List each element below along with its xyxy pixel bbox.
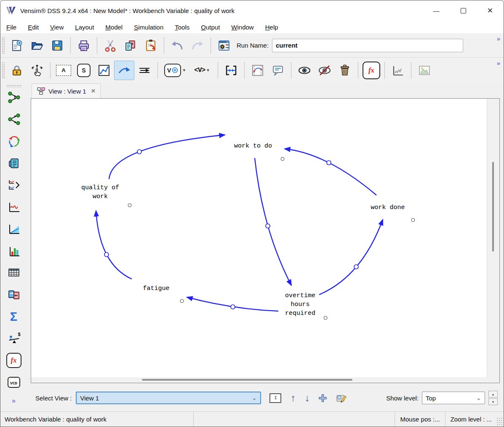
variable-work_to_do[interactable]: work to do <box>234 142 272 150</box>
link-fatigue-to-quality_of_work[interactable] <box>96 211 132 279</box>
link-handle-quality_of_work-to-work_to_do[interactable] <box>137 150 141 154</box>
run-name-input[interactable] <box>272 39 463 52</box>
uses-tree-button[interactable] <box>6 112 21 127</box>
tab-view-1[interactable]: View : View 1 × <box>32 83 101 98</box>
move-tool-button[interactable] <box>27 61 47 80</box>
copy-button[interactable] <box>120 36 141 55</box>
lookup-editor-button[interactable] <box>248 61 268 80</box>
shadow-tool-button[interactable]: S <box>74 61 94 80</box>
open-model-button[interactable] <box>27 36 47 55</box>
menu-output[interactable]: Output <box>201 24 220 31</box>
toolbar-grip[interactable] <box>2 37 5 54</box>
rename-view-icon[interactable]: I <box>269 393 281 403</box>
sidebar-grip[interactable] <box>6 85 21 87</box>
spinner-up-button[interactable]: ▲ <box>488 391 498 397</box>
units-check-button[interactable]: $ <box>6 331 21 346</box>
comment-tool-button[interactable] <box>268 61 288 80</box>
bar-graph-button[interactable] <box>6 243 21 258</box>
variable-handle-fatigue[interactable] <box>180 299 184 303</box>
add-shadow-variable-button[interactable]: <V> ▾ <box>189 61 215 80</box>
maximize-button[interactable] <box>450 0 477 21</box>
sidebar-overflow[interactable]: » <box>6 397 21 405</box>
horizontal-scrollbar[interactable] <box>31 377 487 383</box>
redo-button[interactable] <box>187 36 208 55</box>
variable-handle-work_done[interactable] <box>411 218 415 222</box>
variable-work_done[interactable]: work done <box>371 203 405 212</box>
insert-image-button[interactable] <box>414 61 435 80</box>
flow-tool-button[interactable] <box>134 61 155 80</box>
paste-button[interactable] <box>141 36 161 55</box>
causes-strip-button[interactable] <box>6 177 21 193</box>
add-view-button[interactable] <box>318 393 328 403</box>
runs-compare-button[interactable] <box>6 287 21 302</box>
minimize-button[interactable]: — <box>423 0 450 21</box>
dropdown-caret-icon[interactable]: ▾ <box>183 67 185 73</box>
show-level-combobox[interactable]: Top ⌄ <box>422 392 485 404</box>
stats-tool-button[interactable]: Σ <box>6 309 21 324</box>
move-view-up-button[interactable]: ↑ <box>291 392 296 404</box>
menu-tools[interactable]: Tools <box>175 24 189 31</box>
link-handle-overtime_hours_required-to-work_done[interactable] <box>354 265 358 269</box>
graph-tool-button[interactable] <box>6 199 21 215</box>
sketch-canvas[interactable]: work to doquality of workwork donefatigu… <box>31 99 487 377</box>
simulation-setup-button[interactable] <box>214 36 234 55</box>
spinner-down-button[interactable]: ▼ <box>488 398 498 405</box>
causes-tree-button[interactable] <box>6 90 21 105</box>
variable-handle-work_to_do[interactable] <box>281 157 285 161</box>
sketch-toolbar-overflow[interactable]: » <box>497 59 500 67</box>
vertical-scrollbar[interactable] <box>487 99 499 377</box>
menu-edit[interactable]: Edit <box>28 24 39 31</box>
sidebar-equation-button[interactable]: fx <box>6 353 21 368</box>
menu-simulation[interactable]: Simulation <box>134 24 163 31</box>
save-model-button[interactable] <box>47 36 67 55</box>
move-view-down-button[interactable]: ↓ <box>305 392 310 404</box>
link-work_to_do-to-overtime_hours_required[interactable] <box>255 158 291 285</box>
table-tool-button[interactable] <box>6 265 21 280</box>
horizontal-scrollbar-thumb[interactable] <box>142 379 352 381</box>
toolbar-grip[interactable] <box>2 62 5 79</box>
main-toolbar-overflow[interactable]: » <box>497 35 500 42</box>
edit-view-button[interactable] <box>336 393 347 403</box>
document-tool-button[interactable] <box>6 156 21 171</box>
vertical-scrollbar-thumb[interactable] <box>492 162 494 252</box>
menu-window[interactable]: Window <box>231 24 253 31</box>
link-handle-fatigue-to-quality_of_work[interactable] <box>104 252 109 257</box>
menu-view[interactable]: View <box>50 24 64 31</box>
new-model-button[interactable] <box>7 36 27 55</box>
menu-model[interactable]: Model <box>105 24 123 31</box>
link-overtime_hours_required-to-work_done[interactable] <box>319 220 383 295</box>
close-button[interactable]: × <box>477 0 504 21</box>
link-quality_of_work-to-work_to_do[interactable] <box>109 135 225 179</box>
variable-overtime_hours_required[interactable]: overtime hours required <box>285 291 315 318</box>
sketch-graph-tool-button[interactable] <box>94 61 114 80</box>
variable-handle-overtime_hours_required[interactable] <box>324 316 328 320</box>
sensitivity-graph-button[interactable] <box>6 221 21 236</box>
show-variable-button[interactable] <box>294 61 315 80</box>
variable-fatigue[interactable]: fatigue <box>143 284 169 293</box>
add-variable-button[interactable]: V ▾ <box>161 61 189 80</box>
loops-button[interactable] <box>6 134 21 149</box>
textbox-tool-button[interactable]: A <box>53 61 74 80</box>
delete-button[interactable] <box>335 61 355 80</box>
link-work_done-to-work_to_do[interactable] <box>285 149 376 195</box>
variable-handle-quality_of_work[interactable] <box>128 204 132 207</box>
dropdown-caret-icon[interactable]: ▾ <box>207 67 209 73</box>
menu-help[interactable]: Help <box>265 24 278 31</box>
cut-button[interactable] <box>100 36 120 55</box>
undo-button[interactable] <box>167 36 187 55</box>
lock-tool-button[interactable] <box>7 61 27 80</box>
merge-tool-button[interactable] <box>221 61 241 80</box>
hide-variable-button[interactable] <box>315 61 335 80</box>
link-handle-overtime_hours_required-to-fatigue[interactable] <box>231 305 235 309</box>
select-view-combobox[interactable]: View 1 ⌄ <box>76 392 261 404</box>
reality-check-button[interactable] <box>388 61 408 80</box>
tab-close-icon[interactable]: × <box>91 87 96 95</box>
link-handle-work_to_do-to-overtime_hours_required[interactable] <box>266 224 270 228</box>
variable-quality_of_work[interactable]: quality of work <box>81 183 119 201</box>
resize-grip[interactable] <box>497 418 503 426</box>
print-button[interactable] <box>74 36 94 55</box>
link-handle-work_done-to-work_to_do[interactable] <box>327 161 331 165</box>
arrow-tool-button[interactable] <box>114 61 134 80</box>
menu-file[interactable]: File <box>6 24 16 31</box>
menu-layout[interactable]: Layout <box>75 24 94 31</box>
